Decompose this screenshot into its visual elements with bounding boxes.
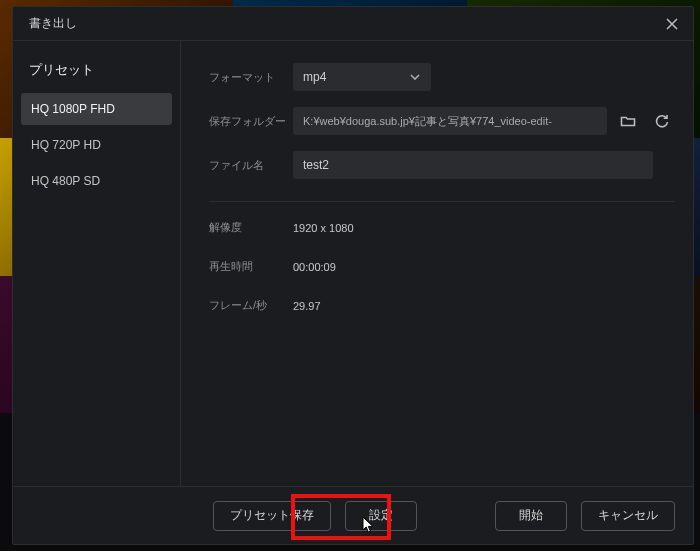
- start-button[interactable]: 開始: [495, 501, 567, 531]
- duration-value: 00:00:09: [293, 261, 336, 273]
- preset-item-1080p[interactable]: HQ 1080P FHD: [21, 93, 172, 125]
- preset-label: HQ 1080P FHD: [31, 102, 115, 116]
- fps-label: フレーム/秒: [209, 298, 293, 313]
- folder-icon: [620, 113, 636, 129]
- reset-folder-button[interactable]: [649, 108, 675, 134]
- fps-value: 29.97: [293, 300, 321, 312]
- main-panel: フォーマット mp4 保存フォルダー K:¥web¥douga.sub.jp¥記…: [181, 41, 693, 486]
- folder-label: 保存フォルダー: [209, 114, 293, 129]
- folder-path-field[interactable]: K:¥web¥douga.sub.jp¥記事と写真¥774_video-edit…: [293, 107, 607, 135]
- titlebar: 書き出し: [13, 7, 693, 41]
- preset-label: HQ 480P SD: [31, 174, 100, 188]
- resolution-label: 解像度: [209, 220, 293, 235]
- chevron-down-icon: [409, 71, 421, 83]
- format-select[interactable]: mp4: [293, 63, 431, 91]
- close-icon: [665, 17, 679, 31]
- filename-input[interactable]: test2: [293, 151, 653, 179]
- format-value: mp4: [303, 70, 326, 84]
- close-button[interactable]: [663, 15, 681, 33]
- save-preset-button[interactable]: プリセット保存: [213, 501, 331, 531]
- preset-sidebar: プリセット HQ 1080P FHD HQ 720P HD HQ 480P SD: [13, 41, 181, 486]
- settings-button[interactable]: 設定: [345, 501, 417, 531]
- refresh-icon: [654, 113, 670, 129]
- filename-label: ファイル名: [209, 158, 293, 173]
- cancel-button[interactable]: キャンセル: [581, 501, 675, 531]
- preset-label: HQ 720P HD: [31, 138, 101, 152]
- preset-item-720p[interactable]: HQ 720P HD: [21, 129, 172, 161]
- divider: [209, 201, 675, 202]
- duration-label: 再生時間: [209, 259, 293, 274]
- browse-folder-button[interactable]: [615, 108, 641, 134]
- resolution-value: 1920 x 1080: [293, 222, 354, 234]
- sidebar-title: プリセット: [29, 61, 164, 79]
- format-label: フォーマット: [209, 70, 293, 85]
- export-dialog: 書き出し プリセット HQ 1080P FHD HQ 720P HD HQ 48…: [12, 6, 694, 545]
- dialog-title: 書き出し: [29, 15, 77, 32]
- preset-item-480p[interactable]: HQ 480P SD: [21, 165, 172, 197]
- folder-path-value: K:¥web¥douga.sub.jp¥記事と写真¥774_video-edit…: [303, 114, 552, 129]
- filename-value: test2: [303, 158, 329, 172]
- footer: プリセット保存 設定 開始 キャンセル: [13, 486, 693, 544]
